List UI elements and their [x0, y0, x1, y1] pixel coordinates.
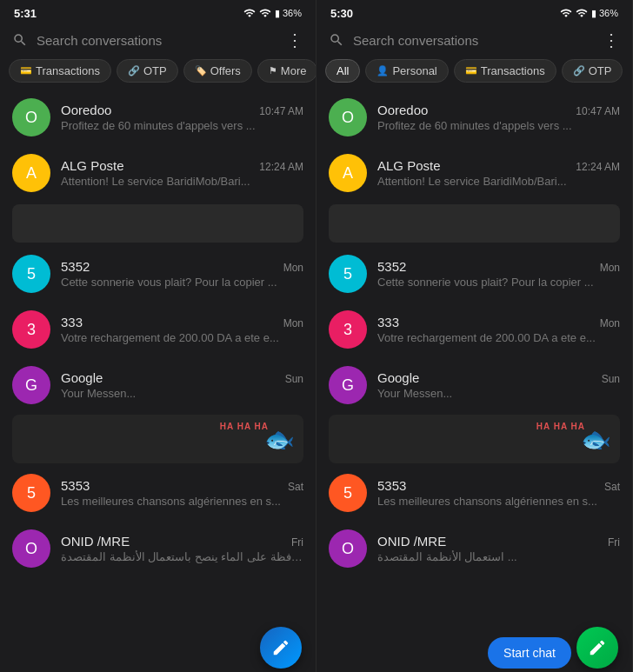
chip-transactions[interactable]: 💳Transactions — [454, 59, 556, 83]
signal-icon — [243, 7, 256, 19]
conversation-preview: Cette sonnerie vous plait? Pour la copie… — [377, 276, 620, 289]
fab-area — [0, 623, 316, 672]
conversation-preview: Attention! Le service BaridiMob/Bari... — [61, 175, 303, 188]
battery-indicator: ▮ 36% — [591, 8, 618, 19]
conversation-item[interactable]: 5 5352 Mon Cette sonnerie vous plait? Po… — [316, 246, 632, 302]
conversation-preview: Profitez de 60 minutes d'appels vers ... — [377, 119, 620, 132]
conversation-time: Sat — [288, 481, 303, 493]
status-time: 5:31 — [14, 7, 37, 20]
conversation-preview: Attention! Le service BaridiMob/Bari... — [377, 175, 620, 188]
conversation-time: Mon — [283, 262, 303, 274]
avatar: A — [329, 154, 367, 192]
conversation-item[interactable]: O ONID /MRE Fri استعمال الأنظمة المقتصدة… — [316, 521, 632, 576]
conversation-header: ONID /MRE Fri — [377, 534, 620, 549]
avatar: G — [329, 366, 367, 404]
compose-fab[interactable] — [260, 627, 302, 669]
conversation-name: 5353 — [61, 478, 90, 493]
avatar: 5 — [329, 474, 367, 512]
conversation-header: 5353 Sat — [377, 478, 620, 493]
chip-transactions[interactable]: 💳Transactions — [9, 59, 111, 83]
conversation-name: Ooredoo — [377, 103, 428, 117]
chip-label-transactions: Transactions — [481, 64, 545, 77]
avatar: 5 — [12, 474, 50, 512]
conversation-item[interactable]: G Google Sun Your Messen... — [316, 357, 632, 413]
conversation-content: 333 Mon Votre rechargement de 200.00 DA … — [377, 315, 620, 344]
chip-label-offers: Offers — [210, 64, 241, 77]
conversation-preview: استعمال الأنظمة المقتصدة ... — [377, 550, 620, 563]
conversation-item[interactable]: 5 5353 Sat Les meilleures chansons algér… — [0, 465, 316, 521]
chip-otp[interactable]: 🔗OTP — [117, 59, 178, 83]
conversation-content: 333 Mon Votre rechargement de 200.00 DA … — [61, 315, 303, 344]
conversation-list: O Ooredoo 10:47 AM Profitez de 60 minute… — [0, 90, 316, 623]
conversation-item[interactable]: O Ooredoo 10:47 AM Profitez de 60 minute… — [0, 90, 316, 145]
avatar: 3 — [12, 310, 50, 349]
left-panel: 5:31 ▮ 36% Search conversations ⋮ 💳Trans… — [0, 0, 316, 672]
chip-icon-otp: 🔗 — [573, 65, 585, 77]
conversation-content: 5353 Sat Les meilleures chansons algérie… — [377, 478, 620, 508]
conversation-preview: Les meilleures chansons algériennes en s… — [377, 495, 620, 508]
conversation-item[interactable]: O ONID /MRE Fri للمحافظة على الماء ينصح … — [0, 521, 316, 576]
status-bar: 5:30 ▮ 36% — [316, 0, 632, 24]
conversation-item[interactable]: 5 5352 Mon Cette sonnerie vous plait? Po… — [0, 246, 316, 302]
conversation-item[interactable]: G Google Sun Your Messen... — [0, 357, 316, 413]
search-placeholder[interactable]: Search conversations — [37, 33, 277, 48]
chip-icon-offers: 🏷️ — [195, 65, 207, 77]
conversation-name: Google — [61, 370, 103, 385]
more-menu-icon[interactable]: ⋮ — [603, 30, 620, 50]
conversation-item[interactable]: 3 333 Mon Votre rechargement de 200.00 D… — [0, 302, 316, 357]
conversation-preview: Your Messen... — [61, 387, 303, 400]
conversation-item[interactable]: A ALG Poste 12:24 AM Attention! Le servi… — [316, 145, 632, 201]
filter-chips: All👤Personal💳Transactions🔗OTP — [316, 56, 632, 90]
conversation-name: 5352 — [61, 259, 90, 274]
battery-indicator: ▮ 36% — [275, 8, 302, 19]
sticker-message[interactable]: HA HA HA 🐟 — [329, 415, 620, 463]
chip-personal[interactable]: 👤Personal — [365, 59, 448, 83]
conversation-name: ALG Poste — [377, 158, 441, 173]
conversation-item[interactable]: 3 333 Mon Votre rechargement de 200.00 D… — [316, 302, 632, 357]
conversation-name: 5352 — [377, 259, 406, 274]
conversation-content: Google Sun Your Messen... — [61, 370, 303, 400]
conversation-header: 333 Mon — [377, 315, 620, 329]
sticker-message[interactable]: HA HA HA 🐟 — [12, 415, 303, 463]
more-menu-icon[interactable]: ⋮ — [286, 30, 303, 50]
conversation-content: Ooredoo 10:47 AM Profitez de 60 minutes … — [61, 103, 303, 132]
conversation-list: O Ooredoo 10:47 AM Profitez de 60 minute… — [316, 90, 632, 623]
conversation-time: Mon — [600, 262, 620, 274]
chip-label-otp: OTP — [589, 64, 612, 77]
conversation-item[interactable]: A ALG Poste 12:24 AM Attention! Le servi… — [0, 145, 316, 201]
chip-label-personal: Personal — [392, 64, 436, 77]
conversation-content: ALG Poste 12:24 AM Attention! Le service… — [377, 158, 620, 188]
conversation-name: Ooredoo — [61, 103, 111, 117]
conversation-preview: Your Messen... — [377, 387, 620, 400]
fab-area: Start chat — [316, 623, 632, 672]
chip-icon-otp: 🔗 — [128, 65, 140, 77]
conversation-preview: Cette sonnerie vous plait? Pour la copie… — [61, 276, 303, 289]
chip-more[interactable]: ⚑More — [257, 59, 316, 83]
conversation-name: 333 — [377, 315, 399, 329]
sticker-emoji: 🐟 — [581, 425, 611, 454]
conversation-time: 10:47 AM — [259, 105, 303, 117]
conversation-name: ONID /MRE — [61, 534, 130, 549]
conversation-preview: Les meilleures chansons algériennes en s… — [61, 495, 303, 508]
conversation-header: 333 Mon — [61, 315, 303, 329]
conversation-item[interactable]: 5 5353 Sat Les meilleures chansons algér… — [316, 465, 632, 521]
wifi-icon — [259, 7, 271, 19]
compose-fab[interactable] — [576, 627, 618, 669]
chip-otp[interactable]: 🔗OTP — [562, 59, 623, 83]
start-chat-button[interactable]: Start chat — [488, 637, 571, 669]
conversation-content: Ooredoo 10:47 AM Profitez de 60 minutes … — [377, 103, 620, 132]
chip-all[interactable]: All — [325, 59, 360, 83]
search-bar: Search conversations ⋮ — [316, 24, 632, 56]
chip-icon-transactions: 💳 — [20, 65, 32, 77]
conversation-time: 10:47 AM — [576, 105, 620, 117]
conversation-name: ALG Poste — [61, 158, 124, 173]
avatar: O — [12, 529, 50, 568]
chip-offers[interactable]: 🏷️Offers — [183, 59, 252, 83]
conversation-item[interactable]: O Ooredoo 10:47 AM Profitez de 60 minute… — [316, 90, 632, 145]
redacted-message — [329, 204, 620, 243]
conversation-name: 5353 — [377, 478, 406, 493]
conversation-time: Sat — [604, 481, 620, 493]
conversation-content: 5352 Mon Cette sonnerie vous plait? Pour… — [61, 259, 303, 289]
search-placeholder[interactable]: Search conversations — [353, 33, 594, 48]
conversation-header: Google Sun — [61, 370, 303, 385]
